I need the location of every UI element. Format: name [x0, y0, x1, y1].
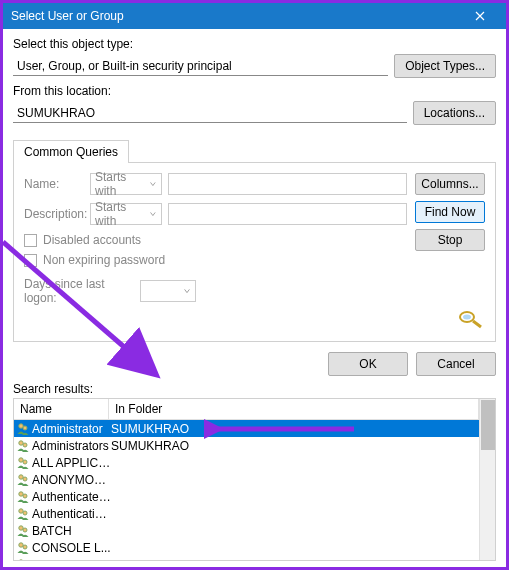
- table-row[interactable]: ALL APPLICA...: [14, 454, 479, 471]
- svg-point-11: [23, 494, 27, 498]
- user-group-icon: [16, 439, 30, 453]
- result-name: ANONYMOU...: [32, 473, 111, 487]
- table-row[interactable]: AdministratorSUMUKHRAO: [14, 420, 479, 437]
- user-group-icon: [16, 422, 30, 436]
- name-filter-input[interactable]: [168, 173, 407, 195]
- user-group-icon: [16, 456, 30, 470]
- search-icon: [453, 307, 485, 331]
- result-folder: SUMUKHRAO: [111, 439, 479, 453]
- result-name: BATCH: [32, 524, 111, 538]
- results-list: Name In Folder AdministratorSUMUKHRAOAdm…: [13, 398, 496, 561]
- disabled-accounts-checkbox[interactable]: [24, 234, 37, 247]
- chevron-down-icon: [149, 210, 157, 218]
- desc-filter-label: Description:: [24, 207, 84, 221]
- object-types-button[interactable]: Object Types...: [394, 54, 496, 78]
- user-group-icon: [16, 558, 30, 561]
- svg-point-5: [23, 443, 27, 447]
- titlebar[interactable]: Select User or Group: [3, 3, 506, 29]
- non-expiring-checkbox[interactable]: [24, 254, 37, 267]
- find-now-button[interactable]: Find Now: [415, 201, 485, 223]
- svg-point-10: [19, 491, 23, 495]
- dialog-content: Select this object type: Object Types...…: [3, 29, 506, 567]
- results-header: Name In Folder: [14, 399, 479, 420]
- svg-point-13: [23, 511, 27, 515]
- svg-point-1: [463, 315, 471, 320]
- dialog-window: Select User or Group Select this object …: [0, 0, 509, 570]
- svg-point-4: [19, 440, 23, 444]
- svg-point-18: [19, 559, 23, 560]
- disabled-accounts-label: Disabled accounts: [43, 233, 141, 247]
- scrollbar[interactable]: [479, 399, 495, 560]
- chevron-down-icon: [149, 180, 157, 188]
- close-button[interactable]: [462, 3, 498, 29]
- user-group-icon: [16, 490, 30, 504]
- columns-button[interactable]: Columns...: [415, 173, 485, 195]
- result-name: ALL APPLICA...: [32, 456, 111, 470]
- stop-button[interactable]: Stop: [415, 229, 485, 251]
- svg-point-6: [19, 457, 23, 461]
- user-group-icon: [16, 524, 30, 538]
- queries-panel: Name: Starts with Description: Starts wi…: [13, 162, 496, 342]
- object-type-field[interactable]: [13, 56, 388, 76]
- svg-point-2: [19, 423, 23, 427]
- svg-point-17: [23, 545, 27, 549]
- column-folder[interactable]: In Folder: [109, 399, 479, 419]
- svg-point-15: [23, 528, 27, 532]
- close-icon: [475, 11, 485, 21]
- table-row[interactable]: BATCH: [14, 522, 479, 539]
- table-row[interactable]: AdministratorsSUMUKHRAO: [14, 437, 479, 454]
- svg-point-9: [23, 477, 27, 481]
- svg-point-12: [19, 508, 23, 512]
- svg-point-7: [23, 460, 27, 464]
- object-type-label: Select this object type:: [13, 37, 496, 51]
- table-row[interactable]: CREATOR G...: [14, 556, 479, 560]
- cancel-button[interactable]: Cancel: [416, 352, 496, 376]
- search-results-label: Search results:: [13, 382, 496, 396]
- window-title: Select User or Group: [11, 9, 462, 23]
- svg-point-3: [23, 426, 27, 430]
- svg-point-16: [19, 542, 23, 546]
- svg-point-14: [19, 525, 23, 529]
- desc-filter-input[interactable]: [168, 203, 407, 225]
- result-name: Administrators: [32, 439, 111, 453]
- result-name: Authenticatio...: [32, 507, 111, 521]
- column-name[interactable]: Name: [14, 399, 109, 419]
- location-field[interactable]: [13, 103, 407, 123]
- ok-button[interactable]: OK: [328, 352, 408, 376]
- scroll-thumb[interactable]: [481, 400, 495, 450]
- name-mode-select[interactable]: Starts with: [90, 173, 162, 195]
- chevron-down-icon: [183, 287, 191, 295]
- table-row[interactable]: ANONYMOU...: [14, 471, 479, 488]
- table-row[interactable]: Authenticatio...: [14, 505, 479, 522]
- result-name: Authenticated...: [32, 490, 111, 504]
- table-row[interactable]: Authenticated...: [14, 488, 479, 505]
- user-group-icon: [16, 541, 30, 555]
- result-name: CREATOR G...: [32, 558, 111, 561]
- location-label: From this location:: [13, 84, 496, 98]
- days-since-logon-label: Days since last logon:: [24, 277, 134, 305]
- result-name: CONSOLE L...: [32, 541, 111, 555]
- svg-point-8: [19, 474, 23, 478]
- result-name: Administrator: [32, 422, 111, 436]
- tab-common-queries[interactable]: Common Queries: [13, 140, 129, 163]
- days-since-logon-select[interactable]: [140, 280, 196, 302]
- result-folder: SUMUKHRAO: [111, 422, 479, 436]
- table-row[interactable]: CONSOLE L...: [14, 539, 479, 556]
- name-filter-label: Name:: [24, 177, 84, 191]
- non-expiring-label: Non expiring password: [43, 253, 165, 267]
- user-group-icon: [16, 473, 30, 487]
- locations-button[interactable]: Locations...: [413, 101, 496, 125]
- desc-mode-select[interactable]: Starts with: [90, 203, 162, 225]
- user-group-icon: [16, 507, 30, 521]
